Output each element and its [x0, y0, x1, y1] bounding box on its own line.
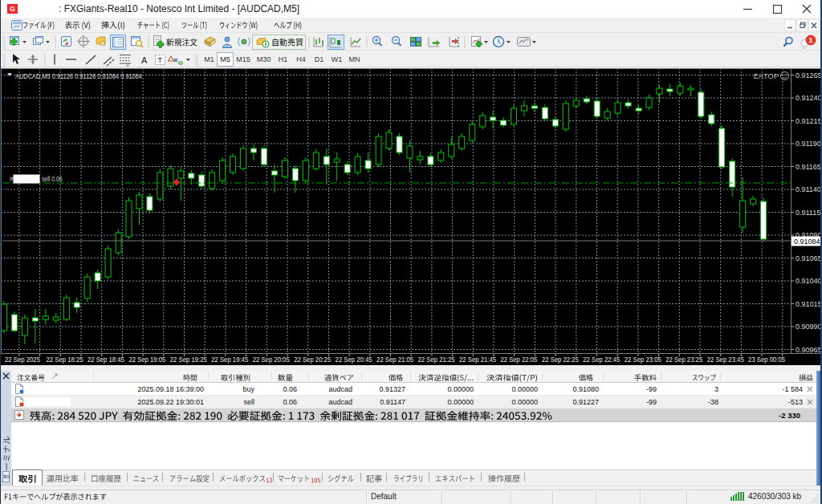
svg-text:22 Sep 21:05: 22 Sep 21:05 [376, 356, 413, 364]
svg-text:22 Sep 21:45: 22 Sep 21:45 [459, 356, 496, 364]
svg-text:22 Sep 21:25: 22 Sep 21:25 [418, 356, 455, 364]
svg-text:22 Sep 22:45: 22 Sep 22:45 [583, 356, 620, 364]
svg-text:22 Sep 19:05: 22 Sep 19:05 [128, 356, 165, 364]
svg-text:T: T [158, 56, 163, 64]
svg-text:22 Sep 23:05: 22 Sep 23:05 [625, 356, 661, 364]
svg-text:22 Sep 20:05: 22 Sep 20:05 [253, 356, 290, 364]
svg-text:22 Sep 20:45: 22 Sep 20:45 [336, 356, 372, 364]
svg-text:22 Sep 23:45: 22 Sep 23:45 [707, 356, 744, 364]
svg-text:22 Sep 18:45: 22 Sep 18:45 [87, 356, 124, 364]
svg-text:0.91215: 0.91215 [796, 117, 822, 125]
svg-text:0.91115: 0.91115 [796, 209, 820, 217]
svg-text:EATOP: EATOP [754, 71, 779, 80]
svg-text:F: F [127, 63, 130, 67]
svg-text:0.91190: 0.91190 [796, 140, 821, 148]
svg-text:22 Sep 2025: 22 Sep 2025 [5, 356, 40, 364]
svg-text:sell 0.06: sell 0.06 [42, 175, 63, 183]
svg-text:0.91015: 0.91015 [796, 300, 822, 308]
svg-text:0.90965: 0.90965 [796, 346, 822, 354]
svg-text:0.91040: 0.91040 [796, 277, 822, 285]
svg-text:0.91140: 0.91140 [796, 185, 821, 193]
svg-text:22 Sep 19:25: 22 Sep 19:25 [170, 356, 207, 364]
svg-text:A: A [141, 55, 148, 65]
svg-text:0.91240: 0.91240 [796, 94, 822, 102]
svg-text:1: 1 [808, 36, 812, 44]
svg-text:0.91084: 0.91084 [794, 238, 820, 246]
svg-text:22 Sep 22:25: 22 Sep 22:25 [542, 356, 579, 364]
svg-text:0.91165: 0.91165 [796, 163, 821, 171]
svg-text:AUDCAD,M5 0.91126 0.91126 0.9: AUDCAD,M5 0.91126 0.91126 0.91084 0.9108… [15, 72, 142, 80]
svg-text:22 Sep 22:05: 22 Sep 22:05 [500, 356, 537, 364]
svg-text:22 Sep 23:25: 22 Sep 23:25 [665, 356, 702, 364]
svg-text:22 Sep 19:45: 22 Sep 19:45 [211, 356, 248, 364]
svg-text:23 Sep 00:05: 23 Sep 00:05 [748, 356, 785, 364]
svg-text:0.91065: 0.91065 [796, 254, 822, 262]
svg-text:#: # [10, 175, 14, 183]
svg-text:22 Sep 18:25: 22 Sep 18:25 [47, 356, 83, 364]
svg-text:0.91265: 0.91265 [796, 71, 822, 79]
svg-text:0.90990: 0.90990 [796, 323, 822, 331]
svg-text:22 Sep 20:25: 22 Sep 20:25 [294, 356, 331, 364]
